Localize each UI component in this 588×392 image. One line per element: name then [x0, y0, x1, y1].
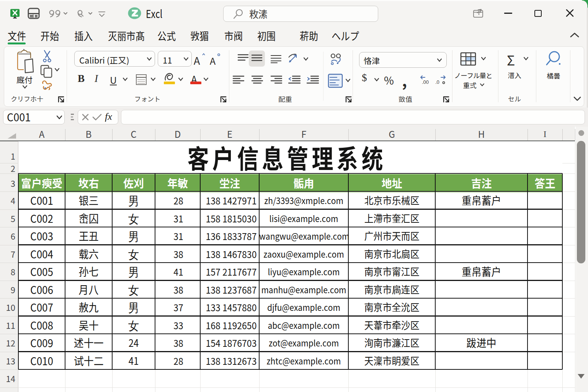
svg-text:.0: .0	[435, 79, 439, 85]
svg-text:.00: .00	[422, 79, 429, 85]
